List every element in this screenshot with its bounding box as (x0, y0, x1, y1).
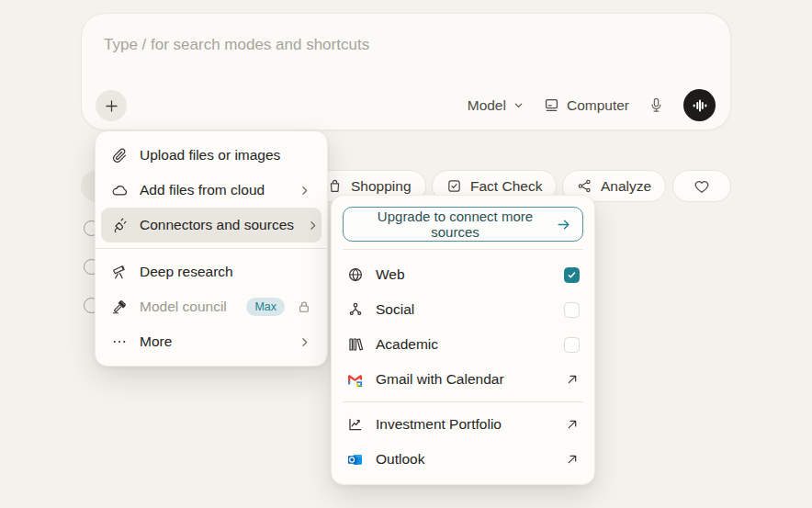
menu-divider (96, 248, 327, 249)
max-badge: Max (246, 298, 285, 316)
source-label: Social (376, 301, 552, 318)
menu-item-add-from-cloud[interactable]: Add files from cloud (101, 173, 321, 208)
chart-line-icon (346, 416, 364, 433)
menu-divider (343, 249, 583, 250)
menu-item-connectors-and-sources[interactable]: Connectors and sources (101, 208, 321, 243)
search-card: Model Computer (81, 13, 731, 130)
attach-button[interactable] (96, 90, 127, 121)
analyze-pill-label: Analyze (601, 178, 651, 195)
arrow-up-right-icon (565, 417, 580, 432)
voice-waveform-icon (691, 96, 709, 115)
analyze-icon (577, 178, 592, 194)
cloud-icon (111, 182, 128, 198)
arrow-up-right-icon (565, 452, 580, 467)
menu-item-label: Connectors and sources (140, 217, 294, 233)
menu-item-label: Deep research (140, 264, 311, 280)
fact-check-pill-label: Fact Check (470, 178, 542, 195)
source-row-gmail[interactable]: Gmail with Calendar (343, 362, 583, 397)
menu-item-label: Upload files or images (140, 147, 311, 164)
computer-mode-button[interactable]: Computer (543, 96, 629, 114)
lock-icon (297, 299, 311, 314)
search-input[interactable] (104, 36, 708, 54)
social-icon (346, 301, 364, 318)
sources-submenu: Upgrade to connect more sources Web Soci… (331, 195, 595, 485)
source-row-social[interactable]: Social (343, 292, 583, 327)
menu-item-more[interactable]: More (101, 324, 321, 359)
upgrade-sources-button[interactable]: Upgrade to connect more sources (343, 207, 583, 242)
source-label: Web (376, 266, 552, 283)
source-label: Outlook (376, 451, 553, 468)
upgrade-label: Upgrade to connect more sources (355, 209, 556, 240)
globe-icon (346, 266, 364, 283)
menu-item-label: More (140, 333, 286, 350)
source-row-investment-portfolio[interactable]: Investment Portfolio (343, 407, 583, 442)
chevron-right-icon (306, 219, 320, 232)
social-checkbox[interactable] (564, 302, 580, 318)
web-checkbox[interactable] (564, 267, 580, 283)
academic-checkbox[interactable] (564, 337, 580, 353)
plug-icon (111, 217, 128, 233)
fact-check-icon (446, 178, 462, 194)
shopping-bag-icon (327, 178, 343, 194)
source-row-academic[interactable]: Academic (343, 327, 583, 362)
menu-item-deep-research[interactable]: Deep research (101, 254, 321, 289)
arrow-right-icon (556, 217, 571, 232)
computer-label: Computer (567, 97, 629, 114)
source-label: Gmail with Calendar (376, 371, 553, 388)
source-label: Investment Portfolio (376, 416, 553, 433)
chevron-down-icon (513, 99, 524, 111)
menu-item-upload-files[interactable]: Upload files or images (101, 138, 321, 173)
menu-item-label: Add files from cloud (140, 182, 286, 198)
chevron-right-icon (298, 184, 311, 198)
menu-item-model-council[interactable]: Model council Max (101, 289, 321, 324)
perplexity-search-page: Model Computer (0, 0, 812, 508)
gmail-icon (346, 371, 364, 389)
microphone-icon (648, 96, 665, 114)
heart-icon (694, 178, 710, 195)
paperclip-icon (111, 147, 128, 164)
microphone-button[interactable] (648, 96, 665, 114)
source-row-outlook[interactable]: Outlook (343, 442, 583, 477)
ellipsis-icon (111, 333, 128, 350)
attach-menu: Upload files or images Add files from cl… (95, 130, 328, 367)
arrow-up-right-icon (565, 372, 580, 387)
telescope-icon (111, 264, 128, 280)
source-label: Academic (376, 336, 552, 353)
plus-icon (103, 97, 120, 115)
voice-mode-button[interactable] (683, 89, 716, 121)
gavel-icon (111, 299, 128, 315)
menu-divider (343, 401, 583, 402)
model-selector[interactable]: Model (468, 97, 524, 114)
menu-item-label: Model council (140, 299, 237, 315)
source-row-web[interactable]: Web (343, 257, 583, 292)
model-label: Model (468, 97, 506, 114)
computer-icon (543, 96, 560, 114)
shopping-pill-label: Shopping (351, 178, 412, 195)
favorites-pill[interactable] (672, 170, 731, 202)
search-card-controls: Model Computer (468, 89, 716, 121)
outlook-icon (346, 451, 364, 468)
academic-icon (346, 336, 364, 353)
chevron-right-icon (298, 335, 311, 349)
